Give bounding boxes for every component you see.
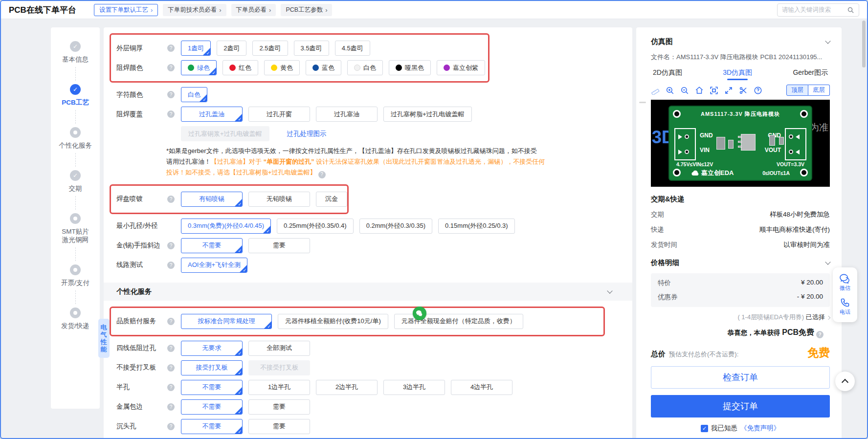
cut-icon[interactable] — [739, 86, 748, 95]
via-diagram-link[interactable]: 过孔处理图示 — [287, 130, 327, 138]
option-button[interactable]: 0.2mm(外径0.3/0.35) — [359, 219, 432, 234]
header-nav-button[interactable]: 下单前技术员必看 — [163, 4, 226, 16]
option-button[interactable]: 红色 — [223, 60, 258, 75]
help-icon[interactable] — [754, 86, 762, 95]
submit-order-button[interactable]: 提交订单 — [651, 395, 830, 417]
help-icon[interactable]: ? — [816, 331, 823, 338]
tab-view[interactable]: Gerber图示 — [793, 68, 828, 80]
ruler-icon[interactable] — [651, 86, 660, 95]
layer-button[interactable]: 底层 — [808, 85, 830, 96]
fullscreen-icon[interactable] — [724, 86, 733, 95]
option-button[interactable]: AOI全测+飞针全测 — [181, 258, 247, 273]
option-button[interactable]: 2边半孔 — [316, 380, 378, 395]
option-button[interactable]: 需要 — [248, 399, 310, 415]
help-icon[interactable]: ? — [167, 242, 175, 249]
option-button[interactable]: 黄色 — [264, 60, 300, 75]
option-button[interactable]: 2.5盎司 — [252, 41, 288, 56]
home-icon[interactable] — [695, 86, 704, 95]
zoom-out-icon[interactable] — [680, 86, 689, 95]
help-icon[interactable]: ? — [167, 423, 175, 430]
option-button[interactable]: 不需要 — [181, 380, 243, 395]
option-button[interactable]: 4边半孔 — [451, 380, 512, 395]
option-button[interactable]: 1盎司 — [181, 41, 211, 56]
wechat-badge-icon[interactable] — [413, 307, 426, 320]
check-order-button[interactable]: 检查订单 — [651, 366, 830, 389]
help-icon[interactable]: ? — [167, 403, 175, 411]
layer-button[interactable]: 顶层 — [786, 85, 808, 96]
option-button[interactable]: 无要求 — [181, 341, 243, 356]
option-button[interactable]: 过孔盖油 — [181, 107, 243, 122]
step-6[interactable]: 开票/支付 — [61, 264, 89, 287]
help-icon[interactable]: ? — [167, 110, 175, 118]
tab-view[interactable]: 2D仿真图 — [653, 68, 682, 80]
chevron-down-icon[interactable] — [825, 38, 830, 44]
option-button[interactable]: 过孔开窗 — [248, 107, 310, 122]
option-button[interactable]: 无铅喷锡 — [248, 192, 310, 207]
zoom-in-icon[interactable] — [666, 86, 674, 95]
option-button[interactable]: 白色 — [347, 60, 383, 75]
option-button[interactable]: 3边半孔 — [383, 380, 445, 395]
option-button[interactable]: 过孔塞油 — [316, 107, 378, 122]
option-button[interactable]: 1边半孔 — [248, 380, 310, 395]
tab-active[interactable]: 3D仿真图 — [723, 68, 752, 80]
coupon-line[interactable]: ( 1-4层喷锡EDA专用券) 已选择 — [651, 313, 830, 322]
help-icon[interactable]: ? — [167, 364, 175, 372]
option-button[interactable]: 0.15mm(外径0.25/0.3) — [438, 219, 515, 234]
search-box[interactable] — [777, 3, 859, 17]
frame-select-icon[interactable] — [710, 86, 718, 95]
option-button[interactable]: 过孔塞树脂+过孔电镀盖帽 — [383, 107, 472, 122]
option-button[interactable]: 0.25mm(外径0.35/0.4) — [277, 219, 354, 234]
help-icon[interactable]: ? — [167, 384, 175, 391]
option-button[interactable]: 全部测试 — [248, 341, 310, 356]
phone-contact-button[interactable]: 电话 — [840, 296, 850, 318]
disclaimer-link[interactable]: 《免责声明》 — [740, 424, 780, 433]
search-icon[interactable] — [847, 6, 854, 14]
option-button[interactable]: 白色 — [181, 87, 207, 102]
option-label: 0.15mm(外径0.25/0.3) — [445, 221, 508, 230]
step-4[interactable]: ✓交期 — [69, 170, 82, 193]
chevron-down-icon[interactable] — [607, 288, 612, 293]
option-button[interactable]: 接受打叉板 — [181, 360, 243, 375]
pcb-3d-preview[interactable]: 3D 为准 AMS1117-3.3V 降压电路模块 GND VIN — [651, 100, 830, 187]
back-to-top-button[interactable] — [835, 372, 855, 391]
option-button[interactable]: 2盎司 — [217, 41, 246, 56]
help-icon[interactable]: ? — [167, 91, 175, 98]
option-button[interactable]: 不需要 — [181, 399, 243, 415]
option-button[interactable]: 需要 — [248, 419, 310, 434]
help-icon[interactable]: ? — [167, 64, 175, 71]
option-button[interactable]: 需要 — [248, 238, 310, 253]
help-icon[interactable]: ? — [167, 44, 175, 52]
help-icon[interactable]: ? — [167, 345, 175, 352]
search-input[interactable] — [782, 6, 844, 13]
step-7[interactable]: 发货/快递 — [61, 307, 89, 330]
header-nav-button[interactable]: 下单员必看 — [231, 4, 276, 16]
chevron-down-icon[interactable] — [825, 259, 830, 264]
option-button[interactable]: 4.5盎司 — [335, 41, 370, 56]
option-button[interactable]: 3.5盎司 — [294, 41, 329, 56]
header-nav-button[interactable]: 设置下单默认工艺 — [94, 4, 158, 16]
option-button[interactable]: 不需要 — [181, 419, 243, 434]
wechat-contact-button[interactable]: 微信 — [840, 272, 850, 294]
help-icon[interactable]: ? — [167, 262, 175, 269]
help-icon[interactable]: ? — [318, 171, 326, 178]
step-2[interactable]: ✓PCB工艺 — [62, 84, 89, 107]
option-button[interactable]: 0.3mm(免费)(外径0.4/0.45) — [181, 219, 271, 234]
step-3[interactable]: 个性化服务 — [59, 127, 92, 150]
option-button[interactable]: 有铅喷锡 — [181, 192, 243, 207]
step-1[interactable]: ✓基本信息 — [62, 41, 89, 64]
disclaimer-checkbox[interactable]: ✓ — [701, 425, 708, 432]
option-button[interactable]: 不需要 — [181, 238, 243, 253]
option-button[interactable]: 按标准合同常规处理 — [181, 314, 272, 329]
help-icon[interactable]: ? — [167, 318, 175, 325]
option-button[interactable]: 哑黑色 — [389, 60, 431, 75]
page-scrollbar[interactable] — [862, 21, 866, 67]
help-icon[interactable]: ? — [167, 196, 175, 203]
option-button[interactable]: 绿色 — [181, 60, 217, 75]
option-button[interactable]: 元器件移植全额赔付(收费10元/单) — [278, 314, 388, 329]
header-nav-button[interactable]: PCB工艺参数 — [281, 4, 332, 16]
option-button[interactable]: 蓝色 — [306, 60, 341, 75]
panel-collapse-handle[interactable] — [639, 102, 646, 103]
step-5[interactable]: SMT贴片激光钢网 — [62, 213, 89, 244]
option-button[interactable]: 沉金 — [316, 192, 347, 207]
option-button[interactable]: 嘉立创紫 — [437, 60, 485, 75]
